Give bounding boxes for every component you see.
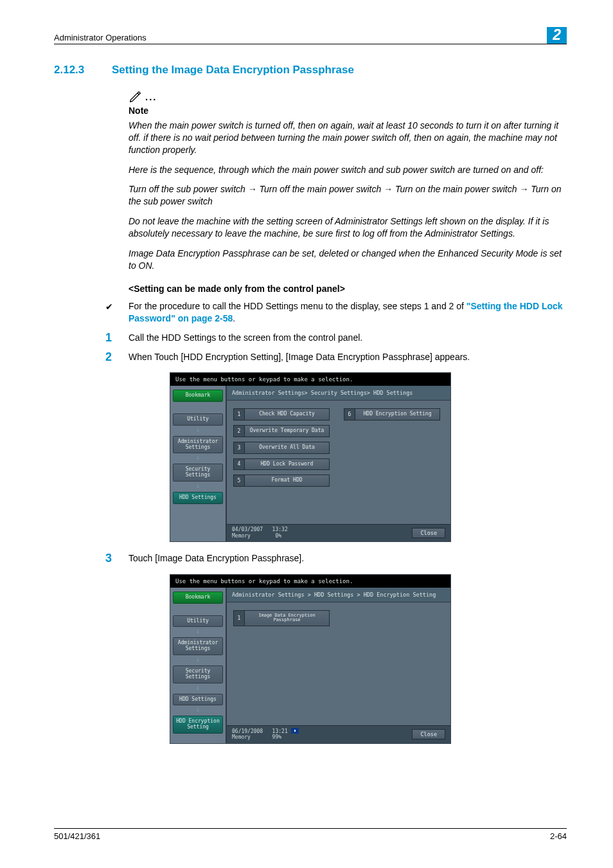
note-para-3: Turn off the sub power switch → Turn off…: [129, 183, 567, 208]
chevron-down-icon: ⇩: [173, 483, 223, 489]
step-2: 2 When Touch [HDD Encryption Setting], […: [105, 351, 567, 364]
bullet-lead: For the procedure to call the HDD Settin…: [129, 301, 466, 311]
section-heading: 2.12.3 Setting the Image Data Encryption…: [54, 64, 567, 77]
running-head: Administrator Operations: [54, 33, 147, 42]
chapter-number-badge: 2: [547, 27, 567, 44]
menu-check-hdd-capacity[interactable]: 1Check HDD Capacity: [233, 408, 330, 420]
page-footer: 501/421/361 2-64: [54, 828, 567, 841]
menu-hdd-lock-password[interactable]: 4HDD Lock Password: [233, 458, 330, 471]
sidebar-item-security-settings[interactable]: Security Settings: [173, 464, 223, 482]
page-header: Administrator Operations 2: [54, 24, 567, 44]
checkmark-icon: ✔: [105, 300, 129, 325]
ellipsis-icon: ...: [145, 91, 157, 104]
close-button[interactable]: Close: [412, 729, 445, 739]
section-number: 2.12.3: [54, 64, 112, 77]
close-button[interactable]: Close: [412, 528, 445, 538]
note-para-5: Image Data Encryption Passphrase can be …: [129, 248, 567, 272]
sidebar-item-admin-settings[interactable]: Administrator Settings: [173, 436, 223, 454]
step-3-text: Touch [Image Data Encryption Passphrase]…: [129, 552, 567, 565]
page-number: 2-64: [550, 831, 567, 841]
menu-grid: 1Check HDD Capacity 6HDD Encryption Sett…: [227, 401, 450, 524]
note-para-2: Here is the sequence, through which the …: [129, 164, 567, 176]
note-para-4: Do not leave the machine with the settin…: [129, 215, 567, 240]
sidebar-item-hdd-settings[interactable]: HDD Settings: [173, 694, 223, 706]
note-icon-row: ...: [129, 89, 567, 104]
bookmark-button[interactable]: Bookmark: [173, 592, 223, 604]
chevron-down-icon: ⇩: [173, 427, 223, 433]
breadcrumb: Administrator Settings > HDD Settings > …: [227, 588, 450, 602]
step-number: 1: [105, 332, 129, 345]
step-number: 2: [105, 351, 129, 364]
screenshot-encryption-setting: Use the menu buttons or keypad to make a…: [170, 574, 451, 744]
chevron-down-icon: ⇩: [173, 685, 223, 691]
model-numbers: 501/421/361: [54, 831, 100, 841]
sidebar-item-utility[interactable]: Utility: [173, 615, 223, 628]
sidebar-item-utility[interactable]: Utility: [173, 413, 223, 426]
step-1: 1 Call the HDD Settings to the screen fr…: [105, 332, 567, 345]
panel-instruction: Use the menu buttons or keypad to make a…: [170, 373, 450, 386]
sidebar: Bookmark Utility ⇩ Administrator Setting…: [170, 386, 226, 541]
chevron-down-icon: ⇩: [173, 455, 223, 461]
sidebar-item-hdd-encryption-setting[interactable]: HDD Encryption Setting: [173, 716, 223, 734]
note-heading: Note: [129, 105, 567, 117]
section-title: Setting the Image Data Encryption Passph…: [112, 64, 567, 77]
note-para-1: When the main power switch is turned off…: [129, 120, 567, 156]
bookmark-button[interactable]: Bookmark: [173, 390, 223, 402]
panel-instruction: Use the menu buttons or keypad to make a…: [170, 575, 450, 588]
step-3: 3 Touch [Image Data Encryption Passphras…: [105, 552, 567, 565]
sidebar: Bookmark Utility ⇩ Administrator Setting…: [170, 588, 226, 743]
menu-grid: 1Image Data Encryption Passphrase: [227, 602, 450, 725]
menu-format-hdd[interactable]: 5Format HDD: [233, 475, 330, 487]
menu-hdd-encryption-setting[interactable]: 6HDD Encryption Setting: [344, 408, 440, 420]
menu-overwrite-temp-data[interactable]: 2Overwrite Temporary Data: [233, 425, 330, 437]
step-2-text: When Touch [HDD Encryption Setting], [Im…: [129, 351, 567, 364]
breadcrumb: Administrator Settings> Security Setting…: [227, 386, 450, 401]
chevron-down-icon: ⇩: [173, 707, 223, 713]
subheading: <Setting can be made only from the contr…: [129, 284, 567, 294]
bullet-trail: .: [233, 313, 235, 323]
menu-overwrite-all-data[interactable]: 3Overwrite All Data: [233, 442, 330, 454]
step-1-text: Call the HDD Settings to the screen from…: [129, 332, 567, 345]
status-datetime-memory: 04/03/2007 13:32 Memory 0%: [232, 527, 288, 539]
flag-icon: [291, 728, 299, 734]
status-datetime-memory: 06/19/2008 13:21 Memory 99%: [232, 728, 299, 741]
sidebar-item-admin-settings[interactable]: Administrator Settings: [173, 637, 223, 655]
chevron-down-icon: ⇩: [173, 628, 223, 635]
sidebar-item-security-settings[interactable]: Security Settings: [173, 665, 223, 683]
menu-image-data-encryption-passphrase[interactable]: 1Image Data Encryption Passphrase: [233, 610, 330, 626]
note-pencil-icon: [129, 89, 143, 104]
procedure-bullet: ✔ For the procedure to call the HDD Sett…: [105, 300, 567, 325]
sidebar-item-hdd-settings[interactable]: HDD Settings: [173, 492, 223, 504]
step-number: 3: [105, 552, 129, 565]
chevron-down-icon: ⇩: [173, 656, 223, 663]
screenshot-hdd-settings: Use the menu buttons or keypad to make a…: [170, 372, 451, 542]
